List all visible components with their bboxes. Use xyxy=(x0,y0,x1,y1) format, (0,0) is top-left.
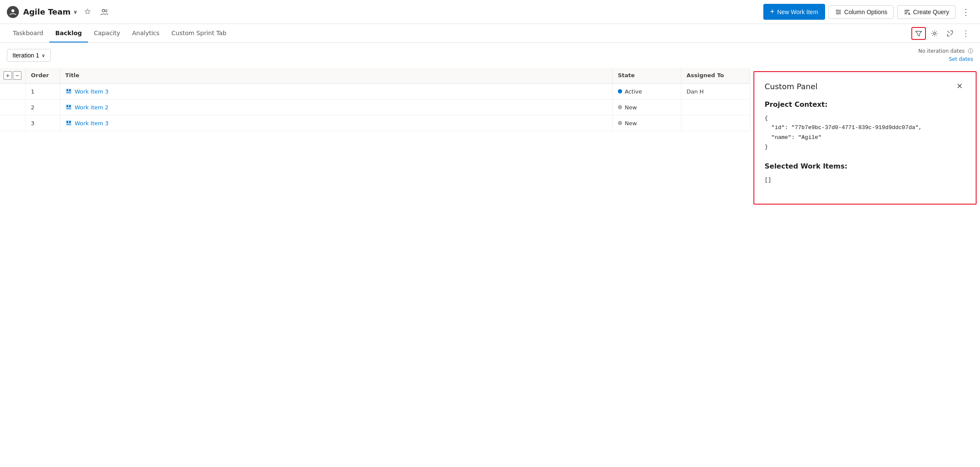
expand-button[interactable] xyxy=(943,27,957,39)
svg-point-1 xyxy=(102,9,105,12)
row2-actions xyxy=(0,99,26,115)
row1-order: 1 xyxy=(26,84,60,99)
nav-tabs-right: ⋮ xyxy=(911,26,973,41)
tab-analytics[interactable]: Analytics xyxy=(126,24,166,42)
work-item-icon-1 xyxy=(65,88,72,95)
svg-point-4 xyxy=(839,11,840,12)
svg-rect-12 xyxy=(69,89,71,91)
svg-rect-11 xyxy=(67,89,68,91)
plus-icon: + xyxy=(770,7,775,16)
panel-close-button[interactable]: ✕ xyxy=(954,81,965,92)
svg-rect-14 xyxy=(66,104,72,110)
more-options-button[interactable]: ⋮ xyxy=(959,5,973,19)
svg-rect-10 xyxy=(66,88,72,94)
order-column-header: Order xyxy=(26,68,60,83)
svg-point-3 xyxy=(836,9,838,11)
column-options-button[interactable]: Column Options xyxy=(829,5,894,19)
custom-panel: Custom Panel ✕ Project Context: { "id": … xyxy=(753,71,977,204)
svg-rect-17 xyxy=(67,108,71,109)
people-button[interactable] xyxy=(98,7,111,17)
svg-rect-20 xyxy=(69,121,71,123)
svg-rect-7 xyxy=(904,12,908,12)
create-query-icon xyxy=(904,9,910,15)
sub-header: Iteration 1 ∨ No iteration dates ⓘ Set d… xyxy=(0,43,980,68)
ellipsis-nav-icon: ⋮ xyxy=(962,29,970,38)
tab-backlog[interactable]: Backlog xyxy=(49,24,88,42)
nav-tabs: Taskboard Backlog Capacity Analytics Cus… xyxy=(0,24,980,43)
top-header-left: Agile Team ∨ xyxy=(7,6,111,18)
iteration-dropdown[interactable]: Iteration 1 ∨ xyxy=(7,49,51,62)
work-item-icon-3 xyxy=(65,120,72,127)
svg-point-2 xyxy=(105,9,107,12)
tab-custom-sprint[interactable]: Custom Sprint Tab xyxy=(166,24,233,42)
svg-point-5 xyxy=(837,13,838,14)
row2-state: New xyxy=(613,99,681,115)
state-dot-new-1 xyxy=(618,105,622,109)
project-context-json: { "id": "77b7e9bc-37d0-4771-839c-919d9dd… xyxy=(765,114,965,151)
state-dot-new-2 xyxy=(618,121,622,125)
tab-taskboard[interactable]: Taskboard xyxy=(7,24,49,42)
nav-tabs-left: Taskboard Backlog Capacity Analytics Cus… xyxy=(7,24,233,42)
main-area: + − Order Title State Assigned To 1 xyxy=(0,68,980,467)
row2-title[interactable]: Work item 2 xyxy=(60,99,613,115)
row3-assigned xyxy=(681,115,750,131)
settings-button[interactable] xyxy=(928,27,941,39)
svg-rect-15 xyxy=(67,105,68,107)
new-work-item-button[interactable]: + New Work Item xyxy=(763,4,825,20)
table-row: 3 Work Item 3 New xyxy=(0,115,750,131)
project-context-heading: Project Context: xyxy=(765,100,965,108)
ellipsis-icon: ⋮ xyxy=(962,7,971,17)
table-row: 1 Work Item 3 Active xyxy=(0,84,750,99)
selected-work-items-heading: Selected Work Items: xyxy=(765,162,965,170)
row3-title[interactable]: Work Item 3 xyxy=(60,115,613,131)
work-item-link-3[interactable]: Work Item 3 xyxy=(65,120,109,127)
no-iteration-dates: No iteration dates ⓘ Set dates xyxy=(918,47,973,63)
assigned-column-header: Assigned To xyxy=(681,68,750,83)
row2-assigned xyxy=(681,99,750,115)
table-header: + − Order Title State Assigned To xyxy=(0,68,750,84)
title-column-header: Title xyxy=(60,68,613,83)
create-query-button[interactable]: Create Query xyxy=(897,5,956,19)
state-column-header: State xyxy=(613,68,681,83)
state-dot-active xyxy=(618,89,622,93)
column-options-icon xyxy=(835,9,842,15)
backlog-table: + − Order Title State Assigned To 1 xyxy=(0,68,750,467)
set-dates-link[interactable]: Set dates xyxy=(949,56,973,62)
top-header-right: + New Work Item Column Options Create Qu… xyxy=(763,4,973,20)
row1-title[interactable]: Work Item 3 xyxy=(60,84,613,99)
svg-rect-19 xyxy=(67,121,68,123)
svg-point-0 xyxy=(12,9,15,12)
panel-title: Custom Panel xyxy=(765,82,817,91)
row1-state: Active xyxy=(613,84,681,99)
gear-icon xyxy=(931,30,938,37)
row1-assigned: Dan H xyxy=(681,84,750,99)
work-item-link-2[interactable]: Work item 2 xyxy=(65,104,109,111)
team-name[interactable]: Agile Team ∨ xyxy=(23,7,77,16)
tab-capacity[interactable]: Capacity xyxy=(88,24,126,42)
iteration-label: Iteration 1 xyxy=(12,52,39,59)
more-options-nav-button[interactable]: ⋮ xyxy=(959,26,973,41)
top-header: Agile Team ∨ + New Work Item xyxy=(0,0,980,24)
row2-order: 2 xyxy=(26,99,60,115)
filter-button[interactable] xyxy=(911,27,926,40)
row3-order: 3 xyxy=(26,115,60,131)
table-header-actions: + − xyxy=(0,68,26,83)
svg-rect-6 xyxy=(904,10,910,11)
remove-row-button[interactable]: − xyxy=(13,71,21,80)
team-dropdown-chevron: ∨ xyxy=(73,9,78,15)
panel-header: Custom Panel ✕ xyxy=(765,81,965,92)
filter-icon xyxy=(915,30,922,37)
info-icon: ⓘ xyxy=(968,48,973,54)
team-icon xyxy=(7,6,19,18)
add-row-button[interactable]: + xyxy=(3,71,12,80)
expand-icon xyxy=(947,30,953,37)
svg-rect-16 xyxy=(69,105,71,107)
iteration-chevron-icon: ∨ xyxy=(42,53,45,58)
table-row: 2 Work item 2 New xyxy=(0,99,750,115)
work-item-icon-2 xyxy=(65,104,72,111)
svg-point-9 xyxy=(934,32,936,34)
favorite-button[interactable] xyxy=(82,7,94,17)
work-item-link-1[interactable]: Work Item 3 xyxy=(65,88,109,95)
selected-work-items-value: [] xyxy=(765,175,965,185)
svg-rect-8 xyxy=(904,13,907,14)
